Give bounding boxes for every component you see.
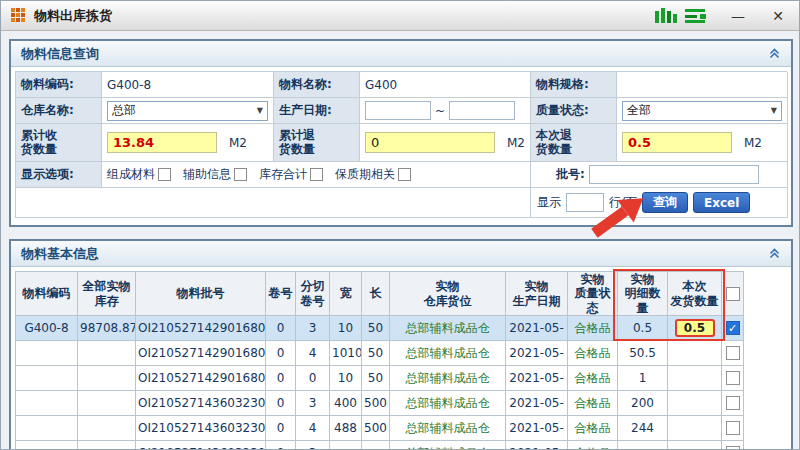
- cell-quality-status: 合格品: [568, 391, 618, 416]
- cell-total-stock: [78, 441, 136, 450]
- ship-qty-input[interactable]: [675, 393, 715, 411]
- col-ship-qty: 本次 发货数量: [668, 272, 722, 316]
- table-header-row: 物料编码 全部实物 库存 物料批号 卷号 分切 卷号 宽 长 实物 仓库货位 实…: [16, 272, 744, 316]
- cell-detail-qty: 244: [618, 416, 668, 441]
- current-return-field[interactable]: 0.5: [622, 132, 732, 153]
- cell-slit-roll-no: 4: [296, 341, 330, 366]
- cell-total-stock: [78, 341, 136, 366]
- row-checkbox[interactable]: [726, 371, 740, 385]
- col-roll-no: 卷号: [266, 272, 296, 316]
- row-checkbox[interactable]: [726, 346, 740, 360]
- cell-roll-no: 0: [266, 416, 296, 441]
- table-row[interactable]: OI210527142901680 0 0 10 50 总部辅料成品仓 2021…: [16, 366, 744, 391]
- col-select: [722, 272, 744, 316]
- cell-select: [722, 341, 744, 366]
- cell-production-date: 2021-05-: [506, 366, 568, 391]
- chevron-down-icon: ▼: [771, 106, 777, 115]
- row-checkbox[interactable]: [726, 321, 740, 335]
- excel-button[interactable]: Excel: [693, 192, 750, 213]
- production-date-from-input[interactable]: [365, 101, 431, 120]
- cell-ship-qty: [668, 341, 722, 366]
- table-row[interactable]: G400-8 98708.87 OI210527142901680 0 3 10…: [16, 316, 744, 341]
- close-button[interactable]: ✕: [767, 8, 789, 24]
- cell-width: 10: [330, 316, 362, 341]
- collapse-panel-icon[interactable]: [768, 47, 781, 60]
- warehouse-select[interactable]: 总部 ▼: [107, 101, 268, 121]
- material-code-field[interactable]: G400-8: [102, 72, 274, 98]
- table-row[interactable]: OI210527142901680 0 4 1010 50 总部辅料成品仓 20…: [16, 341, 744, 366]
- ship-qty-input[interactable]: [675, 368, 715, 386]
- option-checkbox[interactable]: [398, 168, 411, 181]
- cell-length: [362, 441, 390, 450]
- cell-select: [722, 441, 744, 450]
- col-width: 宽: [330, 272, 362, 316]
- option-label: 辅助信息: [183, 166, 231, 183]
- cell-warehouse-location: 总部辅料成品仓: [390, 316, 506, 341]
- detail-panel-header: 物料基本信息: [11, 241, 791, 267]
- cell-batch-no: OI210527142901680: [136, 316, 266, 341]
- ship-qty-input[interactable]: 0.5: [675, 319, 715, 337]
- row-checkbox[interactable]: [726, 421, 740, 435]
- table-row[interactable]: OI210527143603230 0 3 400 500 总部辅料成品仓 20…: [16, 391, 744, 416]
- cell-length: 500: [362, 416, 390, 441]
- material-detail-table: 物料编码 全部实物 库存 物料批号 卷号 分切 卷号 宽 长 实物 仓库货位 实…: [15, 271, 744, 450]
- cell-detail-qty: 200: [618, 391, 668, 416]
- display-options-group: 组成材料 辅助信息 库存合计 保质期相关: [102, 162, 531, 188]
- cell-warehouse-location: 总部辅料成品仓: [390, 341, 506, 366]
- cell-slit-roll-no: 4: [296, 416, 330, 441]
- table-row[interactable]: OI210527143603230 0 3 总部辅料成品仓 2021-05- 合…: [16, 441, 744, 450]
- ship-qty-input[interactable]: [675, 443, 715, 450]
- total-returned-field[interactable]: 0: [365, 132, 495, 153]
- col-warehouse-location: 实物 仓库货位: [390, 272, 506, 316]
- option-checkbox[interactable]: [158, 168, 171, 181]
- collapse-panel-icon[interactable]: [768, 247, 781, 260]
- batch-no-input[interactable]: [589, 165, 759, 184]
- table-body: G400-8 98708.87 OI210527142901680 0 3 10…: [16, 316, 744, 450]
- cell-slit-roll-no: 3: [296, 391, 330, 416]
- material-spec-field[interactable]: [617, 72, 788, 98]
- select-all-checkbox[interactable]: [726, 287, 740, 301]
- material-detail-panel: 物料基本信息 物料编码 全部实物 库存 物料批号 卷号 分切 卷号 宽 长: [9, 239, 793, 450]
- cell-production-date: 2021-05-: [506, 416, 568, 441]
- ship-qty-input[interactable]: [675, 343, 715, 361]
- quality-status-select[interactable]: 全部 ▼: [622, 101, 782, 121]
- cell-quality-status: 合格品: [568, 441, 618, 450]
- titlebar[interactable]: 物料出库拣货 — ✕: [1, 1, 799, 31]
- cell-length: 50: [362, 366, 390, 391]
- cell-total-stock: [78, 366, 136, 391]
- total-received-field[interactable]: 13.84: [107, 132, 217, 153]
- chevron-down-icon: ▼: [257, 106, 263, 115]
- cell-quality-status: 合格品: [568, 366, 618, 391]
- cell-production-date: 2021-05-: [506, 341, 568, 366]
- cell-width: 10: [330, 366, 362, 391]
- cell-select: [722, 416, 744, 441]
- cell-ship-qty: [668, 366, 722, 391]
- col-detail-qty: 实物 明细数量: [618, 272, 668, 316]
- minimize-button[interactable]: —: [727, 8, 749, 24]
- row-checkbox[interactable]: [726, 446, 740, 450]
- cell-material-code: [16, 341, 78, 366]
- total-returned-label: 累计退 货数量: [274, 124, 360, 162]
- cell-roll-no: 0: [266, 366, 296, 391]
- cell-slit-roll-no: 3: [296, 441, 330, 450]
- rows-per-page-input[interactable]: [566, 193, 604, 212]
- table-row[interactable]: OI210527143603230 0 4 488 500 总部辅料成品仓 20…: [16, 416, 744, 441]
- ship-qty-input[interactable]: [675, 418, 715, 436]
- cell-roll-no: 0: [266, 316, 296, 341]
- row-checkbox[interactable]: [726, 396, 740, 410]
- cell-detail-qty: [618, 441, 668, 450]
- cell-material-code: [16, 366, 78, 391]
- cell-warehouse-location: 总部辅料成品仓: [390, 416, 506, 441]
- cell-width: 488: [330, 416, 362, 441]
- material-query-panel: 物料信息查询 物料编码: G400-8 物料名称: G400 物料规格: 仓库名…: [9, 39, 793, 227]
- option-checkbox[interactable]: [310, 168, 323, 181]
- material-name-field[interactable]: G400: [360, 72, 531, 98]
- cell-total-stock: [78, 416, 136, 441]
- production-date-to-input[interactable]: [449, 101, 515, 120]
- cell-select: [722, 366, 744, 391]
- option-label: 保质期相关: [335, 166, 395, 183]
- query-button[interactable]: 查询: [642, 192, 688, 213]
- option-checkbox[interactable]: [234, 168, 247, 181]
- cell-material-code: G400-8: [16, 316, 78, 341]
- option-label: 库存合计: [259, 166, 307, 183]
